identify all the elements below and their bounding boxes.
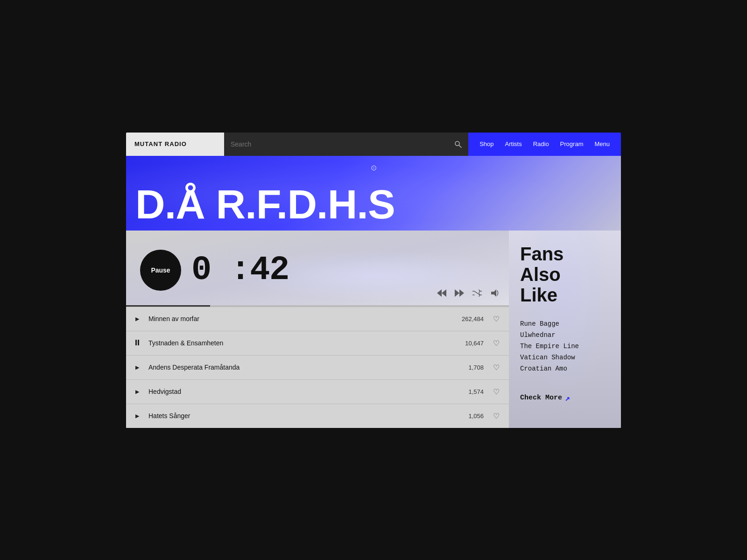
track-row[interactable]: ▶ Minnen av morfar 262,484 ♡ [126,307,509,331]
navbar: MUTANT RADIO Shop Artists Radio Program … [126,133,621,156]
track-plays: 1,574 [451,388,484,395]
fans-also-like-title: FansAlsoLike [520,244,610,305]
track-name: Hatets Sånger [148,412,451,420]
track-plays: 1,056 [451,413,484,420]
eye-icon: ⊙ [371,163,377,172]
check-more-arrow-icon: ↗ [565,393,570,403]
logo-area: MUTANT RADIO [126,133,224,156]
track-row[interactable]: Tystnaden & Ensamheten 10,647 ♡ [126,331,509,355]
nav-artists[interactable]: Artists [505,140,522,147]
similar-artist[interactable]: The Empire Line [520,341,610,352]
play-icon: ▶ [135,413,143,419]
app-window: MUTANT RADIO Shop Artists Radio Program … [126,133,621,428]
heart-icon[interactable]: ♡ [493,363,500,372]
track-plays: 10,647 [451,340,484,347]
nav-shop[interactable]: Shop [479,140,493,147]
svg-line-1 [459,145,461,147]
check-more-button[interactable]: Check More ↗ [520,393,610,403]
skip-forward-icon[interactable] [455,289,464,297]
svg-marker-2 [437,289,442,297]
volume-icon[interactable] [490,289,500,297]
track-row[interactable]: ▶ Hedvigstad 1,574 ♡ [126,379,509,404]
heart-icon[interactable]: ♡ [493,315,500,323]
track-row[interactable]: ▶ Andens Desperata Framåtanda 1,708 ♡ [126,355,509,379]
heart-icon[interactable]: ♡ [493,339,500,348]
site-logo: MUTANT RADIO [134,140,187,147]
hero-section: ⊙ D.Å R.F.D.H.S [126,156,621,231]
main-content: Pause 0 :42 [126,231,621,428]
svg-marker-3 [442,289,446,297]
sidebar-right: FansAlsoLike Rune Bagge Ulwhednar The Em… [509,231,621,428]
shuffle-icon[interactable] [472,289,482,297]
progress-fill [126,305,210,307]
pause-bars-icon [135,340,143,346]
play-icon: ▶ [135,316,143,322]
similar-artist[interactable]: Ulwhednar [520,329,610,341]
play-icon: ▶ [135,389,143,395]
svg-marker-5 [459,289,464,297]
search-input[interactable] [231,140,451,148]
similar-artist[interactable]: Croatian Amo [520,363,610,374]
transport-icons [437,289,500,297]
nav-radio[interactable]: Radio [533,140,549,147]
heart-icon[interactable]: ♡ [493,412,500,420]
artist-title: D.Å R.F.D.H.S [135,184,395,225]
track-name: Andens Desperata Framåtanda [148,364,451,371]
progress-bar[interactable] [126,305,509,307]
nav-menu[interactable]: Menu [594,140,610,147]
svg-marker-6 [491,289,496,297]
play-icon: ▶ [135,364,143,371]
heart-icon[interactable]: ♡ [493,387,500,396]
search-area [224,133,468,156]
similar-artist[interactable]: Rune Bagge [520,318,610,329]
track-plays: 1,708 [451,364,484,371]
check-more-label: Check More [520,394,562,402]
skip-back-icon[interactable] [437,289,446,297]
track-list: ▶ Minnen av morfar 262,484 ♡ Tystnaden &… [126,307,509,428]
track-name: Tystnaden & Ensamheten [148,339,451,347]
player-time: 0 :42 [191,251,289,289]
track-name: Hedvigstad [148,388,451,395]
similar-artists-list: Rune Bagge Ulwhednar The Empire Line Vat… [520,318,610,374]
track-row[interactable]: ▶ Hatets Sånger 1,056 ♡ [126,404,509,428]
nav-links: Shop Artists Radio Program Menu [468,133,621,156]
player-controls: Pause 0 :42 [126,231,509,305]
player-section: Pause 0 :42 [126,231,509,428]
similar-artist[interactable]: Vatican Shadow [520,352,610,363]
track-name: Minnen av morfar [148,315,451,322]
pause-button[interactable]: Pause [140,250,181,291]
search-icon [454,140,462,148]
nav-program[interactable]: Program [560,140,584,147]
svg-marker-4 [455,289,459,297]
track-plays: 262,484 [451,315,484,322]
